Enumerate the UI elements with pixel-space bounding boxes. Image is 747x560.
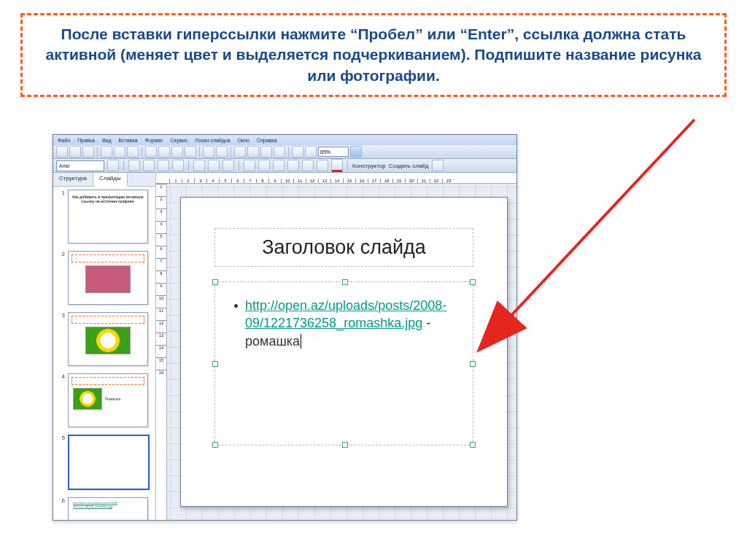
menu-format[interactable]: Формат — [145, 138, 163, 143]
selection-handle[interactable] — [212, 361, 218, 367]
color-icon[interactable] — [305, 146, 317, 158]
increase-font-icon[interactable] — [273, 160, 285, 171]
help-icon[interactable] — [350, 146, 362, 158]
designer-button[interactable]: Конструктор — [352, 163, 386, 169]
bullet-item[interactable]: http://open.az/uploads/posts/2008-09/122… — [234, 297, 460, 350]
slide-thumbnail-selected[interactable] — [68, 435, 150, 490]
hyperlink[interactable]: http://open.az/uploads/posts/2008-09/122… — [245, 298, 446, 330]
toolbar-separator — [142, 147, 142, 157]
horizontal-ruler: 1234567891011121314151617181920212223 — [156, 173, 516, 184]
thumb-number: 2 — [59, 251, 65, 257]
toolbar-separator — [199, 147, 200, 157]
zoom-combo[interactable]: 85% — [318, 147, 349, 157]
toolbar-separator — [188, 160, 189, 171]
toolbar-standard: 85% — [53, 145, 516, 159]
bullet-icon — [234, 304, 238, 308]
table-icon[interactable] — [247, 146, 259, 158]
align-left-icon[interactable] — [193, 160, 205, 171]
spelling-icon[interactable] — [127, 146, 139, 158]
body-placeholder[interactable]: http://open.az/uploads/posts/2008-09/122… — [214, 281, 473, 446]
chart-icon[interactable] — [234, 146, 246, 158]
thumb-caption: Ромашка — [105, 397, 120, 401]
menu-tools[interactable]: Сервис — [170, 138, 187, 143]
tab-slides[interactable]: Слайды — [93, 173, 128, 187]
cut-icon[interactable] — [145, 146, 157, 158]
menu-help[interactable]: Справка — [257, 138, 276, 143]
align-right-icon[interactable] — [222, 160, 234, 171]
thumb-title: Как добавить в презентацию активную ссыл… — [69, 195, 147, 203]
menu-slideshow[interactable]: Показ слайдов — [195, 138, 230, 143]
new-slide-button[interactable]: Создать слайд — [389, 163, 429, 169]
title-placeholder[interactable]: Заголовок слайда — [214, 228, 473, 267]
bold-icon[interactable] — [128, 160, 140, 171]
thumb-instruction-box: ··· — [71, 254, 144, 262]
font-name-combo[interactable]: Arial — [56, 160, 104, 171]
toolbar-separator — [239, 160, 239, 171]
selection-handle[interactable] — [342, 442, 348, 448]
thumb-number: 6 — [59, 497, 65, 504]
slide[interactable]: Заголовок слайда — [180, 197, 508, 507]
decrease-indent-icon[interactable] — [302, 160, 314, 171]
slide-thumbnail[interactable]: Как добавить в презентацию активную ссыл… — [68, 190, 148, 244]
selection-handle[interactable] — [342, 279, 348, 285]
menu-window[interactable]: Окно — [238, 138, 249, 143]
thumb-instruction-box: ··· — [71, 316, 144, 324]
workspace: 1234567891011121314151617181920212223 12… — [156, 173, 516, 520]
menu-bar[interactable]: Файл Правка Вид Вставка Формат Сервис По… — [53, 135, 516, 145]
underline-icon[interactable] — [158, 160, 169, 171]
font-size-combo[interactable] — [107, 160, 119, 171]
font-color-icon[interactable] — [331, 159, 343, 172]
hyperlink-icon[interactable] — [260, 146, 272, 158]
save-icon[interactable] — [82, 146, 94, 158]
thumb-image — [85, 265, 131, 293]
redo-icon[interactable] — [216, 146, 228, 158]
format-painter-icon[interactable] — [185, 146, 196, 158]
open-icon[interactable] — [69, 146, 81, 158]
menu-insert[interactable]: Вставка — [119, 138, 138, 143]
menu-view[interactable]: Вид — [102, 138, 112, 143]
paste-icon[interactable] — [171, 146, 183, 158]
align-center-icon[interactable] — [208, 160, 220, 171]
slide-thumbnail[interactable]: ··· — [68, 312, 148, 366]
bullet-text[interactable]: http://open.az/uploads/posts/2008-09/122… — [245, 297, 460, 350]
slide-thumbnail[interactable]: ··· Ромашка — [68, 373, 148, 427]
content-area: Структура Слайды 1 Как добавить в презен… — [53, 173, 516, 520]
tables-borders-icon[interactable] — [274, 146, 285, 158]
thumb-number: 5 — [59, 435, 65, 441]
preview-icon[interactable] — [114, 146, 125, 158]
toolbar-separator — [123, 160, 124, 171]
selection-handle[interactable] — [470, 442, 476, 448]
selection-handle[interactable] — [212, 442, 218, 448]
new-icon[interactable] — [56, 146, 68, 158]
selection-handle[interactable] — [470, 361, 476, 367]
app-window: Файл Правка Вид Вставка Формат Сервис По… — [53, 134, 517, 521]
bullets-icon[interactable] — [258, 160, 270, 171]
thumb-image — [73, 388, 102, 410]
slides-panel: Структура Слайды 1 Как добавить в презен… — [53, 173, 156, 520]
toolbar-format: Arial Конструктор Создать слайд — [53, 159, 516, 173]
copy-icon[interactable] — [158, 146, 170, 158]
numbering-icon[interactable] — [244, 160, 255, 171]
italic-icon[interactable] — [143, 160, 155, 171]
thumb-instruction-box: ··· — [71, 377, 144, 385]
increase-indent-icon[interactable] — [317, 160, 328, 171]
selection-handle[interactable] — [212, 279, 218, 285]
selection-handle[interactable] — [470, 279, 476, 285]
toolbar-separator — [288, 147, 289, 157]
instruction-text: После вставки гиперссылки нажмите “Пробе… — [45, 26, 701, 84]
slide-canvas[interactable]: Заголовок слайда — [167, 184, 516, 520]
print-icon[interactable] — [101, 146, 112, 158]
undo-icon[interactable] — [203, 146, 214, 158]
menu-file[interactable]: Файл — [58, 138, 70, 143]
shadow-icon[interactable] — [172, 160, 184, 171]
slide-thumbnail[interactable]: http://open.az/uploads/posts/2008-09/122… — [68, 497, 148, 520]
thumbnail-list[interactable]: 1 Как добавить в презентацию активную сс… — [53, 187, 155, 520]
menu-edit[interactable]: Правка — [77, 138, 95, 143]
tab-structure[interactable]: Структура — [53, 173, 93, 186]
thumb-image — [85, 327, 131, 354]
slide-thumbnail[interactable]: ··· — [68, 251, 148, 305]
show-grid-icon[interactable] — [292, 146, 303, 158]
thumb-link-text: http://open.az/uploads/posts/2008-09/122… — [73, 501, 143, 508]
options-icon[interactable] — [432, 160, 444, 171]
decrease-font-icon[interactable] — [287, 160, 299, 171]
